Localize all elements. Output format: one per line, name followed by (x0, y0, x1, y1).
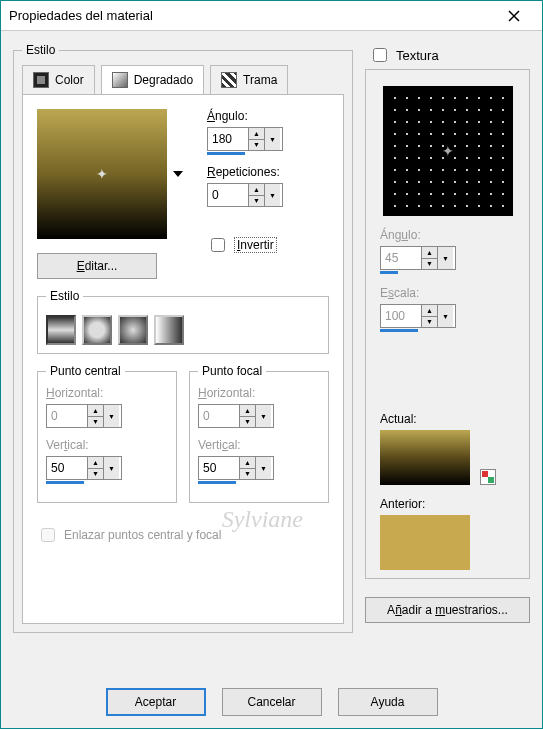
tab-pattern-label: Trama (243, 73, 277, 87)
central-v-slider[interactable] (46, 481, 84, 484)
title-bar: Propiedades del material (1, 1, 542, 31)
texture-group: ✦ Ángulo: ▲▼ ▼ Escala: ▲▼ ▼ (365, 69, 530, 579)
angle-extra[interactable]: ▼ (264, 128, 280, 150)
pattern-icon (221, 72, 237, 88)
tex-scale-slider[interactable] (380, 329, 418, 332)
tex-angle-label: Ángulo: (380, 228, 515, 242)
texture-star-icon: ✦ (442, 143, 454, 159)
focal-v-slider[interactable] (198, 481, 236, 484)
close-button[interactable] (494, 2, 534, 30)
central-v-input[interactable] (47, 459, 87, 477)
window-title: Propiedades del material (9, 8, 494, 23)
cancel-button[interactable]: Cancelar (222, 688, 322, 716)
tex-angle-slider[interactable] (380, 271, 398, 274)
texture-checkbox[interactable] (373, 48, 387, 62)
texture-label: Textura (396, 48, 439, 63)
tab-color[interactable]: Color (22, 65, 95, 94)
central-legend: Punto central (46, 364, 125, 378)
invert-checkbox[interactable] (211, 238, 225, 252)
angle-slider[interactable] (207, 152, 245, 155)
cancel-label: Cancelar (247, 695, 295, 709)
gradient-dropdown-icon[interactable] (173, 171, 183, 177)
tex-angle-spinner[interactable]: ▲▼ ▼ (380, 246, 456, 270)
tab-pattern[interactable]: Trama (210, 65, 288, 94)
help-label: Ayuda (371, 695, 405, 709)
gradient-icon (112, 72, 128, 88)
tex-scale-input[interactable] (381, 307, 421, 325)
color-icon (33, 72, 49, 88)
tab-gradient[interactable]: Degradado (101, 65, 204, 94)
add-swatch-button[interactable]: Añadir a muestrarios... (365, 597, 530, 623)
tab-color-label: Color (55, 73, 84, 87)
tex-angle-input[interactable] (381, 249, 421, 267)
tab-gradient-label: Degradado (134, 73, 193, 87)
ok-button[interactable]: Aceptar (106, 688, 206, 716)
current-label: Actual: (380, 412, 515, 426)
gradient-style-legend: Estilo (46, 289, 83, 303)
edit-button-label: Editar... (77, 259, 118, 273)
link-points-label: Enlazar puntos central y focal (64, 528, 221, 542)
reps-up[interactable]: ▲ (249, 184, 264, 196)
style-sunburst[interactable] (118, 315, 148, 345)
invert-label: Invertir (234, 237, 277, 253)
edit-button[interactable]: Editar... (37, 253, 157, 279)
focal-v-input[interactable] (199, 459, 239, 477)
gradient-preview[interactable]: ✦ (37, 109, 167, 239)
focal-point-group: Punto focal Horizontal: ▲▼ ▼ Verti (189, 364, 329, 503)
reps-extra[interactable]: ▼ (264, 184, 280, 206)
reps-down[interactable]: ▼ (249, 196, 264, 207)
style-radial[interactable] (154, 315, 184, 345)
focal-v-spinner[interactable]: ▲▼ ▼ (198, 456, 274, 480)
focal-h-input[interactable] (199, 407, 239, 425)
close-icon (508, 10, 520, 22)
focal-h-spinner[interactable]: ▲▼ ▼ (198, 404, 274, 428)
style-rect[interactable] (82, 315, 112, 345)
ok-label: Aceptar (135, 695, 176, 709)
central-point-group: Punto central Horizontal: ▲▼ ▼ Ver (37, 364, 177, 503)
style-legend: Estilo (22, 43, 59, 57)
texture-preview[interactable]: ✦ (383, 86, 513, 216)
focal-legend: Punto focal (198, 364, 266, 378)
current-color[interactable] (380, 430, 470, 485)
angle-down[interactable]: ▼ (249, 140, 264, 151)
previous-color[interactable] (380, 515, 470, 570)
tex-scale-label: Escala: (380, 286, 515, 300)
central-h-label: Horizontal: (46, 386, 168, 400)
central-v-label: Vertical: (46, 438, 168, 452)
angle-spinner[interactable]: ▲▼ ▼ (207, 127, 283, 151)
angle-input[interactable] (208, 130, 248, 148)
add-swatch-label: Añadir a muestrarios... (387, 603, 508, 617)
link-points-checkbox (41, 528, 55, 542)
angle-label: Ángulo: (207, 109, 283, 123)
central-h-spinner[interactable]: ▲▼ ▼ (46, 404, 122, 428)
tabs: Color Degradado Trama (22, 65, 344, 94)
angle-up[interactable]: ▲ (249, 128, 264, 140)
previous-label: Anterior: (380, 497, 515, 511)
tab-body: ✦ Editar... (22, 94, 344, 624)
help-button[interactable]: Ayuda (338, 688, 438, 716)
reps-input[interactable] (208, 186, 248, 204)
reps-label: Repeticiones: (207, 165, 283, 179)
focal-h-label: Horizontal: (198, 386, 320, 400)
central-h-input[interactable] (47, 407, 87, 425)
focal-v-label: Vertical: (198, 438, 320, 452)
transparency-icon[interactable] (480, 469, 496, 485)
gradient-style-group: Estilo (37, 289, 329, 354)
dialog-footer: Aceptar Cancelar Ayuda (1, 676, 542, 728)
style-group: Estilo Color Degradado Trama (13, 43, 353, 633)
central-v-spinner[interactable]: ▲▼ ▼ (46, 456, 122, 480)
style-linear[interactable] (46, 315, 76, 345)
tex-scale-spinner[interactable]: ▲▼ ▼ (380, 304, 456, 328)
star-icon: ✦ (96, 166, 108, 182)
reps-spinner[interactable]: ▲▼ ▼ (207, 183, 283, 207)
